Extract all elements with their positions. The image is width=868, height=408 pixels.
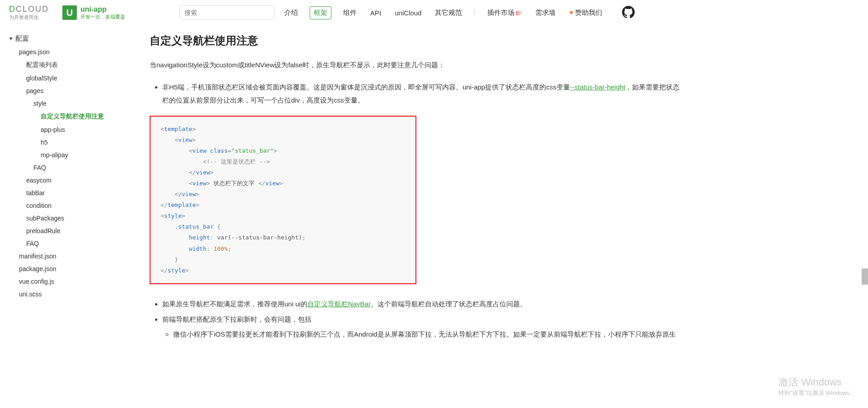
uniapp-badge-icon: U — [62, 5, 77, 20]
sidebar-item-globalstyle[interactable]: globalStyle — [6, 72, 133, 84]
logo-dcloud[interactable]: DCLOUD 为开发者而生 — [9, 5, 49, 21]
link-status-bar-height[interactable]: --status-bar-height — [570, 83, 626, 91]
sidebar-item-tabbar[interactable]: tabBar — [6, 187, 133, 199]
nav-other[interactable]: 其它规范 — [433, 6, 464, 20]
uniapp-title: uni-app — [80, 5, 125, 14]
sidebar-item-appplus[interactable]: app-plus — [6, 123, 133, 136]
sidebar-item-style[interactable]: style — [6, 97, 133, 110]
bullet-2: 如果原生导航栏不能满足需求，推荐使用uni ui的自定义导航栏NavBar。这个… — [162, 298, 685, 311]
top-nav: 介绍 框架 组件 API uniCloud 其它规范 | 插件市场新! 需求墙 … — [283, 6, 635, 20]
bullet-3: 前端导航栏搭配原生下拉刷新时，会有问题，包括 微信小程序下iOS需要拉更长才能看… — [162, 313, 685, 341]
chevron-down-icon — [9, 38, 13, 40]
search-input[interactable] — [179, 5, 274, 20]
dcloud-brand: DCLOUD — [9, 5, 49, 14]
code-block: <template> <view> <view class="status_ba… — [150, 116, 416, 284]
sidebar-item-packagejson[interactable]: package.json — [6, 263, 133, 275]
sidebar-item-uniscss[interactable]: uni.scss — [6, 288, 133, 300]
sidebar-item-customnav[interactable]: 自定义导航栏使用注意 — [6, 110, 133, 123]
new-badge: 新! — [515, 10, 522, 16]
heart-icon: ♥ — [569, 9, 575, 16]
sidebar-item-preloadrule[interactable]: preloadRule — [6, 225, 133, 237]
nav-component[interactable]: 组件 — [341, 6, 359, 20]
sidebar-root-config[interactable]: 配置 — [6, 32, 133, 46]
sidebar-item-mpalipay[interactable]: mp-alipay — [6, 149, 133, 161]
sidebar-item-subpackages[interactable]: subPackages — [6, 212, 133, 225]
page-title: 自定义导航栏使用注意 — [150, 33, 685, 48]
sidebar-item-faq2[interactable]: FAQ — [6, 237, 133, 250]
sidebar-item-faq1[interactable]: FAQ — [6, 161, 133, 174]
nav-api[interactable]: API — [368, 6, 383, 19]
logo-uniapp[interactable]: U uni-app 开发一次，多端覆盖 — [62, 5, 125, 20]
nav-framework[interactable]: 框架 — [310, 6, 331, 19]
main-content: 自定义导航栏使用注意 当navigationStyle设为custom或titl… — [133, 25, 694, 352]
nav-separator: | — [474, 9, 476, 16]
bullet-1: 非H5端，手机顶部状态栏区域会被页面内容覆盖。这是因为窗体是沉浸式的原因，即全屏… — [162, 81, 685, 107]
sidebar-item-condition[interactable]: condition — [6, 199, 133, 212]
header: DCLOUD 为开发者而生 U uni-app 开发一次，多端覆盖 介绍 框架 … — [0, 0, 701, 25]
link-navbar[interactable]: 自定义导航栏NavBar — [307, 300, 371, 308]
sidebar-item-manifest[interactable]: manifest.json — [6, 250, 133, 263]
sidebar-item-h5[interactable]: h5 — [6, 136, 133, 149]
search-box — [179, 5, 274, 20]
nav-demand[interactable]: 需求墙 — [533, 6, 557, 20]
sidebar-item-pages[interactable]: pages — [6, 84, 133, 97]
sidebar-item-pagesjson[interactable]: pages.json — [6, 46, 133, 58]
nav-intro[interactable]: 介绍 — [283, 6, 300, 20]
sidebar-item-easycom[interactable]: easycom — [6, 174, 133, 187]
nav-sponsor[interactable]: ♥ 赞助我们 — [567, 6, 604, 20]
nav-market[interactable]: 插件市场新! — [486, 6, 524, 20]
sidebar: 配置 pages.json 配置项列表 globalStyle pages st… — [0, 25, 133, 342]
sidebar-item-vueconfig[interactable]: vue.config.js — [6, 275, 133, 288]
lead-paragraph: 当navigationStyle设为custom或titleNView设为fal… — [150, 59, 685, 71]
sidebar-item-configtable[interactable]: 配置项列表 — [6, 58, 133, 72]
github-icon[interactable] — [614, 6, 635, 20]
dcloud-tagline: 为开发者而生 — [9, 14, 39, 21]
bullet-3-sub: 微信小程序下iOS需要拉更长才能看到下拉刷新的三个点，而Android是从屏幕顶… — [173, 328, 685, 341]
nav-unicloud[interactable]: uniCloud — [393, 6, 423, 19]
uniapp-subtitle: 开发一次，多端覆盖 — [80, 14, 125, 20]
